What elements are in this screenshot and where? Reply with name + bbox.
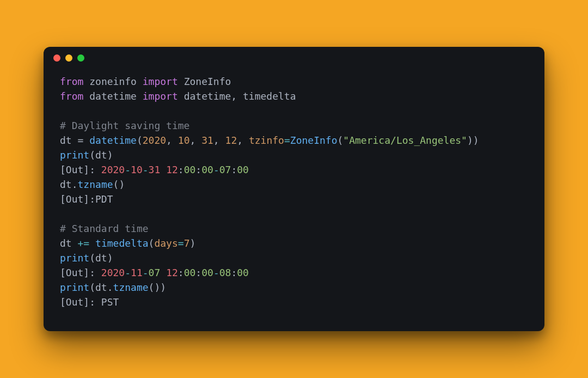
kw-import: import bbox=[143, 76, 178, 87]
code-line-13: print(dt) bbox=[60, 252, 113, 264]
window-close-icon[interactable] bbox=[53, 54, 60, 62]
call-zoneinfo: ZoneInfo bbox=[290, 135, 338, 146]
var-dt: dt bbox=[60, 135, 72, 146]
code-line-14-out: [Out]: 2020-11-07 12:00:00-08:00 bbox=[60, 267, 249, 278]
window-minimize-icon[interactable] bbox=[65, 54, 72, 62]
call-timedelta: timedelta bbox=[95, 237, 149, 249]
meth-tzname: tzname bbox=[113, 282, 149, 293]
code-line-2: from datetime import datetime, timedelta bbox=[60, 90, 296, 102]
name-datetime: datetime bbox=[184, 90, 231, 102]
code-line-8: dt.tzname() bbox=[60, 179, 125, 190]
code-line-5: dt = datetime(2020, 10, 31, 12, tzinfo=Z… bbox=[60, 135, 479, 146]
out-pdt: PDT bbox=[95, 193, 113, 205]
out-label: [Out]: bbox=[60, 193, 95, 205]
window-titlebar bbox=[44, 47, 544, 69]
mod-datetime: datetime bbox=[89, 90, 137, 102]
call-print: print bbox=[60, 252, 89, 264]
lparen: ( bbox=[137, 135, 143, 146]
out-label: [Out]: bbox=[60, 267, 101, 278]
stage: from zoneinfo import ZoneInfo from datet… bbox=[0, 0, 588, 378]
str-tz: "America/Los_Angeles" bbox=[343, 135, 467, 146]
arg-dt: dt bbox=[95, 149, 107, 161]
code-line-1: from zoneinfo import ZoneInfo bbox=[60, 76, 231, 87]
out-pst: PST bbox=[101, 296, 119, 308]
comma: , bbox=[231, 90, 243, 102]
code-line-7-out: [Out]: 2020-10-31 12:00:00-07:00 bbox=[60, 164, 249, 175]
code-line-9-out: [Out]:PDT bbox=[60, 193, 113, 205]
var-dt: dt bbox=[60, 237, 72, 249]
name-zoneinfo: ZoneInfo bbox=[184, 76, 231, 87]
kwarg-days: days bbox=[154, 237, 177, 249]
obj-dt: dt bbox=[60, 179, 72, 190]
num-7: 7 bbox=[184, 237, 190, 249]
kw-from: from bbox=[60, 90, 83, 102]
num-12: 12 bbox=[225, 135, 237, 146]
mod-zoneinfo: zoneinfo bbox=[89, 76, 137, 87]
kw-from: from bbox=[60, 76, 83, 87]
comment-standard: # Standard time bbox=[60, 223, 149, 234]
kwarg-tzinfo: tzinfo bbox=[249, 135, 284, 146]
kw-import: import bbox=[143, 90, 178, 102]
num-2020: 2020 bbox=[143, 135, 166, 146]
out-label: [Out]: bbox=[60, 164, 101, 175]
num-10: 10 bbox=[178, 135, 190, 146]
assign: = bbox=[72, 135, 90, 146]
op-plus-eq: += bbox=[72, 237, 95, 249]
num-31: 31 bbox=[201, 135, 213, 146]
code-line-16-out: [Out]: PST bbox=[60, 296, 119, 308]
code-line-15: print(dt.tzname()) bbox=[60, 282, 166, 293]
comment-dst: # Daylight saving time bbox=[60, 120, 189, 131]
meth-tzname: tzname bbox=[78, 179, 113, 190]
arg-dt: dt bbox=[95, 252, 107, 264]
out-label: [Out]: bbox=[60, 296, 101, 308]
name-timedelta: timedelta bbox=[243, 90, 296, 102]
code-window: from zoneinfo import ZoneInfo from datet… bbox=[44, 47, 544, 331]
window-zoom-icon[interactable] bbox=[77, 54, 84, 62]
call-print: print bbox=[60, 282, 89, 293]
code-block: from zoneinfo import ZoneInfo from datet… bbox=[44, 69, 544, 331]
eq: = bbox=[284, 135, 290, 146]
call-print: print bbox=[60, 149, 89, 161]
code-line-6: print(dt) bbox=[60, 149, 113, 161]
obj-dt: dt bbox=[95, 282, 107, 293]
call-datetime: datetime bbox=[89, 135, 137, 146]
code-line-12: dt += timedelta(days=7) bbox=[60, 237, 195, 249]
